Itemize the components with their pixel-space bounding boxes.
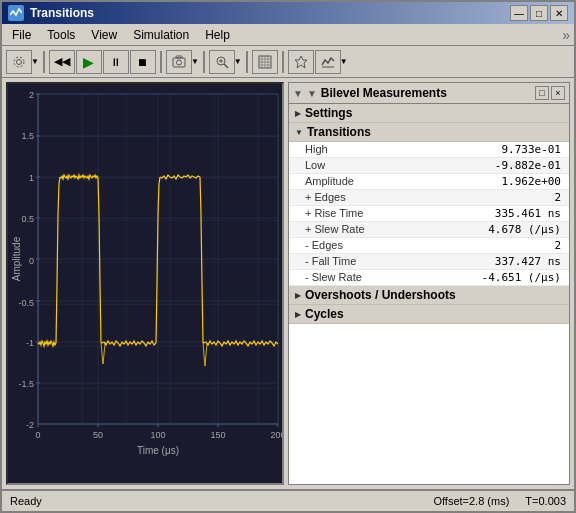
svg-text:Time (μs): Time (μs) (137, 445, 179, 456)
plot-area[interactable]: 2 1.5 1 0.5 0 -0.5 -1 -1.5 -2 (6, 82, 284, 485)
svg-text:-0.5: -0.5 (18, 298, 34, 308)
toolbar: ▼ ◀◀ ▶ ⏸ ⏹ ▼ ▼ (2, 46, 574, 78)
snapshot-dropdown-arrow[interactable]: ▼ (191, 57, 199, 66)
toolbar-group-4: ▼ (209, 50, 242, 74)
markers-button[interactable] (315, 50, 341, 74)
toolbar-group-6: ▼ (288, 50, 348, 74)
svg-text:0: 0 (29, 256, 34, 266)
axes-button[interactable] (252, 50, 278, 74)
svg-point-1 (14, 57, 24, 67)
toolbar-group-3: ▼ (166, 50, 199, 74)
cycles-arrow: ▶ (295, 310, 301, 319)
pause-button[interactable]: ⏸ (103, 50, 129, 74)
menu-bar: File Tools View Simulation Help » (2, 24, 574, 46)
label-minus-slew-rate: - Slew Rate (305, 271, 362, 284)
panel-triangle-icon: ▼ (307, 88, 317, 99)
label-fall-time: - Fall Time (305, 255, 356, 268)
svg-text:50: 50 (93, 430, 103, 440)
label-rise-time: + Rise Time (305, 207, 363, 220)
label-low: Low (305, 159, 325, 172)
status-offset: Offset=2.8 (ms) (433, 495, 509, 507)
settings-section-title: Settings (305, 106, 352, 120)
row-high: High 9.733e-01 (289, 142, 569, 158)
markers-dropdown-arrow[interactable]: ▼ (340, 57, 348, 66)
label-plus-slew-rate: + Slew Rate (305, 223, 365, 236)
main-window: Transitions — □ ✕ File Tools View Simula… (0, 0, 576, 513)
app-icon (8, 5, 24, 21)
overshoots-arrow: ▶ (295, 291, 301, 300)
play-button[interactable]: ▶ (76, 50, 102, 74)
svg-text:1.5: 1.5 (21, 131, 34, 141)
svg-marker-16 (295, 56, 307, 68)
panel-title: Bilevel Measurements (321, 86, 447, 100)
row-plus-slew-rate: + Slew Rate 4.678 (/μs) (289, 222, 569, 238)
svg-rect-4 (176, 56, 182, 58)
cycles-section-title: Cycles (305, 307, 344, 321)
svg-text:Amplitude: Amplitude (11, 236, 22, 281)
separator-2 (160, 51, 162, 73)
settings-section-header[interactable]: ▶ Settings (289, 104, 569, 123)
separator-1 (43, 51, 45, 73)
panel-detach-button[interactable]: □ (535, 86, 549, 100)
svg-text:1: 1 (29, 173, 34, 183)
row-rise-time: + Rise Time 335.461 ns (289, 206, 569, 222)
value-plus-slew-rate: 4.678 (/μs) (488, 223, 561, 236)
title-bar-left: Transitions (8, 5, 94, 21)
value-rise-time: 335.461 ns (495, 207, 561, 220)
value-low: -9.882e-01 (495, 159, 561, 172)
status-time: T=0.003 (525, 495, 566, 507)
cycles-section-header[interactable]: ▶ Cycles (289, 305, 569, 324)
rewind-button[interactable]: ◀◀ (49, 50, 75, 74)
stop-button[interactable]: ⏹ (130, 50, 156, 74)
value-amplitude: 1.962e+00 (501, 175, 561, 188)
value-high: 9.733e-01 (501, 143, 561, 156)
measurements-panel-container: ▼ ▼ Bilevel Measurements □ × ▶ Settings … (288, 82, 570, 485)
measurements-panel: ▶ Settings ▼ Transitions High 9.733e-01 … (288, 104, 570, 485)
snapshot-button[interactable] (166, 50, 192, 74)
svg-text:-1: -1 (26, 338, 34, 348)
label-high: High (305, 143, 328, 156)
separator-5 (282, 51, 284, 73)
window-title: Transitions (30, 6, 94, 20)
transitions-section-header[interactable]: ▼ Transitions (289, 123, 569, 142)
svg-text:0.5: 0.5 (21, 214, 34, 224)
settings-button[interactable] (6, 50, 32, 74)
separator-4 (246, 51, 248, 73)
row-low: Low -9.882e-01 (289, 158, 569, 174)
row-minus-slew-rate: - Slew Rate -4.651 (/μs) (289, 270, 569, 286)
overshoots-section-header[interactable]: ▶ Overshoots / Undershoots (289, 286, 569, 305)
settings-dropdown-arrow[interactable]: ▼ (31, 57, 39, 66)
label-minus-edges: - Edges (305, 239, 343, 252)
menu-tools[interactable]: Tools (41, 26, 81, 44)
menu-file[interactable]: File (6, 26, 37, 44)
zoom-button[interactable] (209, 50, 235, 74)
minimize-button[interactable]: — (510, 5, 528, 21)
menu-expand-icon[interactable]: » (562, 27, 570, 43)
tools-button[interactable] (288, 50, 314, 74)
value-minus-edges: 2 (554, 239, 561, 252)
value-fall-time: 337.427 ns (495, 255, 561, 268)
menu-simulation[interactable]: Simulation (127, 26, 195, 44)
panel-close-buttons: □ × (535, 86, 565, 100)
label-amplitude: Amplitude (305, 175, 354, 188)
settings-arrow: ▶ (295, 109, 301, 118)
zoom-dropdown-arrow[interactable]: ▼ (234, 57, 242, 66)
transitions-arrow: ▼ (295, 128, 303, 137)
toolbar-group-1: ▼ (6, 50, 39, 74)
status-right: Offset=2.8 (ms) T=0.003 (433, 495, 566, 507)
svg-text:100: 100 (150, 430, 165, 440)
separator-3 (203, 51, 205, 73)
svg-text:0: 0 (35, 430, 40, 440)
row-plus-edges: + Edges 2 (289, 190, 569, 206)
row-fall-time: - Fall Time 337.427 ns (289, 254, 569, 270)
toolbar-group-2: ◀◀ ▶ ⏸ ⏹ (49, 50, 156, 74)
svg-point-3 (176, 60, 181, 65)
close-button[interactable]: ✕ (550, 5, 568, 21)
panel-pin-icon[interactable]: ▼ (293, 88, 303, 99)
panel-close-button[interactable]: × (551, 86, 565, 100)
svg-point-0 (17, 59, 22, 64)
menu-view[interactable]: View (85, 26, 123, 44)
maximize-button[interactable]: □ (530, 5, 548, 21)
menu-help[interactable]: Help (199, 26, 236, 44)
svg-text:-1.5: -1.5 (18, 379, 34, 389)
